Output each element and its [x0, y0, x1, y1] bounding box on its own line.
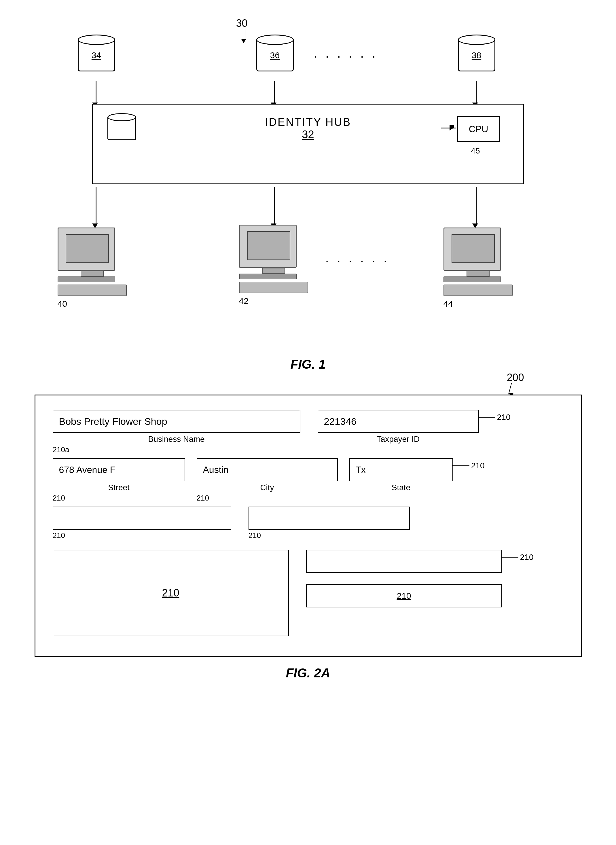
- street-field: 678 Avenue F Street 210: [53, 458, 185, 492]
- hub-title: IDENTITY HUB 32: [265, 116, 351, 141]
- computer-44: 44: [443, 227, 513, 309]
- large-field-container: 210: [53, 550, 289, 636]
- database-38: 38: [458, 35, 495, 72]
- row-1: Bobs Pretty Flower Shop Business Name 21…: [53, 410, 563, 444]
- right-field1-ref: 210: [501, 553, 534, 562]
- base-44: [443, 276, 501, 282]
- page: 30 34 36 · · · · · ·: [0, 0, 616, 845]
- db36-top: [256, 35, 294, 45]
- db34-top: [78, 35, 115, 45]
- computer-44-label: 44: [443, 299, 513, 309]
- dots-top: · · · · · ·: [314, 49, 378, 63]
- base-40: [57, 276, 115, 282]
- fig2-ref-200: 200: [507, 371, 524, 384]
- city-input[interactable]: Austin: [197, 458, 338, 481]
- field5-input[interactable]: [249, 507, 410, 530]
- street-ref: 210: [53, 494, 65, 503]
- field4-ref: 210: [53, 531, 65, 540]
- arrow-34-down: [95, 81, 97, 104]
- cpu-arrow-head: [450, 125, 454, 131]
- field4-container: 210: [53, 507, 231, 530]
- fig1-ref-30: 30: [236, 17, 248, 29]
- large-field-input[interactable]: 210: [53, 550, 289, 636]
- database-36: 36: [256, 35, 294, 72]
- cpu-label: CPU: [469, 124, 488, 135]
- state-input[interactable]: Tx: [349, 458, 453, 481]
- hub-title-text: IDENTITY HUB: [265, 116, 351, 128]
- keyboard-40: [57, 285, 127, 296]
- business-name-label: Business Name: [53, 434, 301, 444]
- computer-42: 42: [239, 224, 308, 306]
- business-name-ref: 210a: [53, 445, 69, 454]
- taxpayer-id-field: 221346 Taxpayer ID 210: [318, 410, 479, 444]
- right-field2-input[interactable]: 210: [306, 584, 502, 607]
- db38-top: [458, 35, 495, 45]
- right-field1-container: 210: [306, 550, 502, 573]
- row-3: 210 210: [53, 507, 563, 530]
- cpu-number: 45: [471, 146, 480, 156]
- fig2-section: 200 Bobs Pretty Flower Shop Business Nam…: [29, 395, 587, 680]
- computer-42-label: 42: [239, 296, 308, 306]
- street-input[interactable]: 678 Avenue F: [53, 458, 185, 481]
- keyboard-44: [443, 285, 513, 296]
- state-ref: 210: [452, 461, 485, 470]
- computer-40-label: 40: [57, 299, 127, 309]
- hub-number: 32: [265, 128, 351, 141]
- field5-container: 210: [249, 507, 410, 530]
- screen-40: [66, 234, 109, 263]
- arrow-hub-42: [274, 187, 275, 224]
- keyboard-42: [239, 282, 308, 293]
- hub-db-top: [107, 113, 136, 121]
- dots-bottom: · · · · · ·: [326, 254, 389, 268]
- screen-44: [452, 234, 495, 263]
- arrow-200-line: [508, 383, 512, 394]
- identity-hub-box: IDENTITY HUB 32 CPU 45: [92, 104, 524, 184]
- business-name-field: Bobs Pretty Flower Shop Business Name 21…: [53, 410, 301, 444]
- arrow-30-head: [241, 39, 246, 43]
- monitor-40: [57, 227, 115, 271]
- fig1-caption: FIG. 1: [29, 357, 587, 371]
- db34-label: 34: [92, 50, 101, 60]
- fig2a-caption: FIG. 2A: [29, 666, 587, 680]
- arrow-hub-44: [476, 187, 477, 224]
- arrow-38-down: [476, 81, 477, 104]
- right-fields-container: 210 210: [306, 550, 502, 607]
- monitor-44: [443, 227, 501, 271]
- street-label: Street: [53, 483, 185, 492]
- stand-40: [81, 271, 104, 276]
- taxpayer-id-input[interactable]: 221346: [318, 410, 479, 433]
- right-field1-input[interactable]: [306, 550, 502, 573]
- cpu-box: CPU: [457, 116, 500, 142]
- computer-40: 40: [57, 227, 127, 309]
- city-ref: 210: [197, 494, 209, 503]
- city-field: Austin City 210: [197, 458, 338, 492]
- form-box-200: Bobs Pretty Flower Shop Business Name 21…: [35, 395, 582, 657]
- city-label: City: [197, 483, 338, 492]
- screen-42: [247, 231, 290, 260]
- field4-input[interactable]: [53, 507, 231, 530]
- arrow-30-line: [245, 29, 245, 40]
- arrow-36-down: [274, 81, 275, 104]
- taxpayer-ref: 210: [478, 413, 510, 422]
- database-34: 34: [78, 35, 115, 72]
- db36-label: 36: [270, 50, 280, 60]
- stand-42: [262, 268, 285, 274]
- row-4: 210 210 210: [53, 550, 563, 636]
- db38-label: 38: [472, 50, 481, 60]
- field5-ref: 210: [249, 531, 261, 540]
- state-field: Tx State 210: [349, 458, 453, 492]
- base-42: [239, 274, 296, 279]
- right-field2-container: 210: [306, 584, 502, 607]
- fig1-section: 30 34 36 · · · · · ·: [29, 17, 587, 371]
- hub-internal-db: [107, 113, 136, 140]
- row-2: 678 Avenue F Street 210 Austin City 210 …: [53, 458, 563, 492]
- arrow-hub-40: [95, 187, 97, 224]
- state-label: State: [349, 483, 453, 492]
- taxpayer-id-label: Taxpayer ID: [318, 434, 479, 444]
- business-name-input[interactable]: Bobs Pretty Flower Shop: [53, 410, 301, 433]
- monitor-42: [239, 224, 296, 268]
- stand-44: [466, 271, 490, 276]
